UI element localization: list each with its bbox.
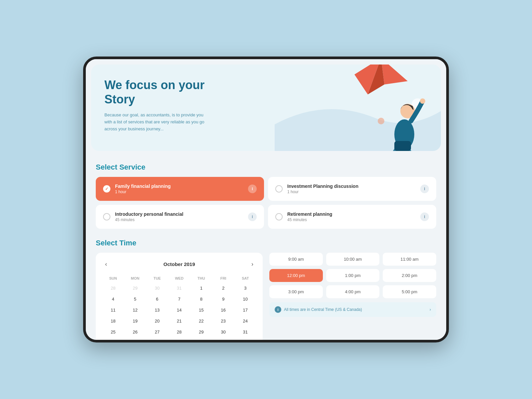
hero-section: We focus on your Story Because our goal,… [91, 65, 441, 151]
cal-day-header-tue: TUE [147, 274, 168, 282]
service-name-investment-planning: Investment Planning discussion [287, 184, 420, 189]
cal-day-30-sep[interactable]: 30 [147, 283, 168, 293]
cal-day-22[interactable]: 22 [191, 316, 212, 326]
time-slot-11am[interactable]: 11:00 am [383, 253, 436, 266]
cal-day-1[interactable]: 1 [191, 283, 212, 293]
cal-day-29-sep[interactable]: 29 [124, 283, 146, 293]
cal-day-21[interactable]: 21 [169, 316, 190, 326]
service-radio-investment-planning [275, 185, 283, 193]
tablet-frame: We focus on your Story Because our goal,… [83, 57, 449, 342]
time-slot-4pm[interactable]: 4:00 pm [326, 285, 380, 298]
tablet-inner: We focus on your Story Because our goal,… [86, 59, 446, 340]
service-name-introductory-personal: Introductory personal financial [115, 211, 248, 217]
cal-day-28-sep[interactable]: 28 [102, 283, 124, 293]
cal-day-30[interactable]: 30 [212, 327, 234, 337]
cal-day-15[interactable]: 15 [191, 305, 212, 315]
time-slots-container: 9:00 am 10:00 am 11:00 am 12:00 pm 1:00 … [269, 253, 436, 340]
cal-day-12[interactable]: 12 [124, 305, 146, 315]
cal-day-header-sun: SUN [102, 274, 124, 282]
service-info-icon-retirement-planning[interactable]: i [420, 212, 429, 221]
service-info-family-financial: Family financial planning 1 hour [115, 184, 248, 194]
cal-day-31-sep[interactable]: 31 [169, 283, 190, 293]
hero-description: Because our goal, as accountants, is to … [104, 112, 211, 132]
service-info-icon-introductory-personal[interactable]: i [248, 212, 257, 221]
calendar-month-label: October 2019 [163, 261, 195, 267]
cal-day-5[interactable]: 5 [124, 294, 146, 304]
cal-day-27[interactable]: 27 [147, 327, 168, 337]
cal-day-18[interactable]: 18 [102, 316, 124, 326]
time-slot-3pm[interactable]: 3:00 pm [269, 285, 323, 298]
timezone-arrow-icon: › [430, 307, 431, 312]
service-radio-introductory-personal [103, 213, 110, 220]
timezone-text: All times are in Central Time (US & Cana… [284, 307, 362, 312]
select-time-title: Select Time [96, 239, 436, 247]
cal-day-8[interactable]: 8 [191, 294, 212, 304]
service-card-family-financial[interactable]: Family financial planning 1 hour i [96, 177, 264, 201]
main-content: Select Service Family financial planning… [86, 156, 446, 340]
service-info-investment-planning: Investment Planning discussion 1 hour [287, 184, 420, 194]
cal-day-17[interactable]: 17 [235, 305, 256, 315]
service-card-retirement-planning[interactable]: Retirement planning 45 minutes i [268, 205, 436, 229]
cal-day-26[interactable]: 26 [124, 327, 146, 337]
service-info-icon-investment-planning[interactable]: i [420, 185, 429, 193]
hero-title: We focus on your Story [104, 78, 211, 106]
cal-day-24[interactable]: 24 [235, 316, 256, 326]
cal-day-3[interactable]: 3 [235, 283, 256, 293]
cal-day-9[interactable]: 9 [212, 294, 234, 304]
svg-point-7 [420, 98, 425, 104]
time-slot-12pm[interactable]: 12:00 pm [269, 269, 323, 282]
service-radio-retirement-planning [275, 213, 283, 220]
service-info-icon-family-financial[interactable]: i [248, 185, 257, 193]
cal-day-2[interactable]: 2 [212, 283, 234, 293]
select-time-section: Select Time ‹ October 2019 › SUN MON [96, 239, 436, 340]
cal-day-13[interactable]: 13 [147, 305, 168, 315]
cal-day-25[interactable]: 25 [102, 327, 124, 337]
svg-rect-10 [394, 141, 411, 151]
timezone-bar[interactable]: i All times are in Central Time (US & Ca… [269, 302, 436, 317]
service-radio-family-financial [103, 185, 110, 193]
calendar-header: ‹ October 2019 › [102, 259, 256, 269]
cal-day-header-thu: THU [191, 274, 212, 282]
cal-day-10[interactable]: 10 [235, 294, 256, 304]
cal-day-header-sat: SAT [235, 274, 256, 282]
cal-day-header-wed: WED [169, 274, 190, 282]
cal-day-header-fri: FRI [212, 274, 234, 282]
time-section-grid: ‹ October 2019 › SUN MON TUE WED THU FRI [96, 253, 436, 340]
service-info-retirement-planning: Retirement planning 45 minutes [287, 211, 420, 222]
cal-day-20[interactable]: 20 [147, 316, 168, 326]
service-name-retirement-planning: Retirement planning [287, 211, 420, 217]
svg-marker-0 [381, 65, 408, 84]
service-card-introductory-personal[interactable]: Introductory personal financial 45 minut… [96, 205, 264, 229]
time-slot-5pm[interactable]: 5:00 pm [383, 285, 436, 298]
time-slot-10am[interactable]: 10:00 am [326, 253, 380, 266]
service-duration-investment-planning: 1 hour [287, 190, 420, 194]
cal-day-16[interactable]: 16 [212, 305, 234, 315]
calendar-prev-button[interactable]: ‹ [102, 259, 110, 269]
cal-day-4[interactable]: 4 [102, 294, 124, 304]
service-info-introductory-personal: Introductory personal financial 45 minut… [115, 211, 248, 222]
select-service-section: Select Service Family financial planning… [96, 163, 436, 229]
cal-day-header-mon: MON [124, 274, 146, 282]
paper-plane-icon [354, 65, 408, 109]
cal-day-6[interactable]: 6 [147, 294, 168, 304]
calendar-next-button[interactable]: › [249, 259, 256, 269]
cal-day-19[interactable]: 19 [124, 316, 146, 326]
service-name-family-financial: Family financial planning [115, 184, 248, 189]
time-slot-1pm[interactable]: 1:00 pm [326, 269, 380, 282]
time-slot-2pm[interactable]: 2:00 pm [383, 269, 436, 282]
service-card-investment-planning[interactable]: Investment Planning discussion 1 hour i [268, 177, 436, 201]
cal-day-7[interactable]: 7 [169, 294, 190, 304]
cal-day-31[interactable]: 31 [235, 327, 256, 337]
service-duration-family-financial: 1 hour [115, 190, 248, 194]
service-duration-introductory-personal: 45 minutes [115, 217, 248, 222]
cal-day-29[interactable]: 29 [191, 327, 212, 337]
cal-day-14[interactable]: 14 [169, 305, 190, 315]
svg-point-4 [378, 118, 384, 124]
calendar-container: ‹ October 2019 › SUN MON TUE WED THU FRI [96, 253, 263, 340]
select-service-title: Select Service [96, 163, 436, 172]
cal-day-23[interactable]: 23 [212, 316, 234, 326]
time-slot-9am[interactable]: 9:00 am [269, 253, 323, 266]
service-duration-retirement-planning: 45 minutes [287, 217, 420, 222]
cal-day-11[interactable]: 11 [102, 305, 124, 315]
cal-day-28[interactable]: 28 [169, 327, 190, 337]
